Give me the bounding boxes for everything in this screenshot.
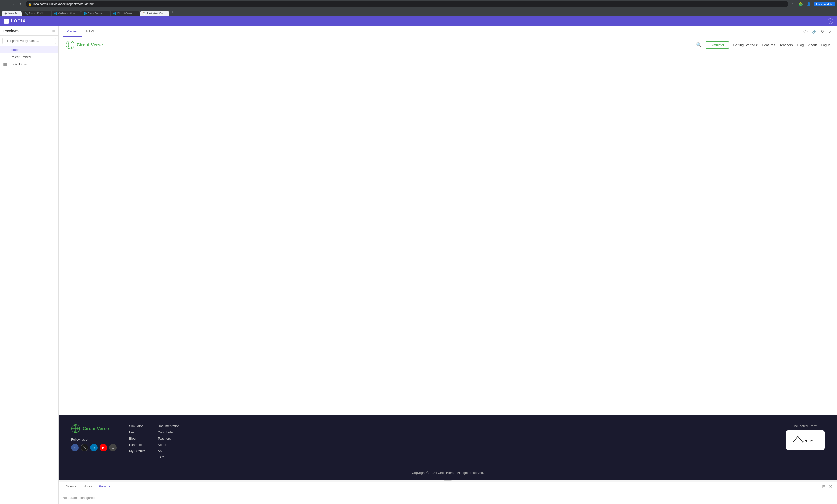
sidebar-items-list: Footer Project Embed S: [0, 46, 58, 68]
tab-past[interactable]: 📋 Past Year Compan...: [140, 11, 169, 16]
cv1-label: CircuitVerse – Digi...: [88, 12, 108, 15]
finish-update-button[interactable]: Finish update: [814, 2, 835, 6]
browser-chrome: ‹ › ↻ 🔒 localhost:3000/lookbook/inspect/…: [0, 0, 837, 8]
social-facebook-icon[interactable]: f: [71, 444, 79, 451]
toolbar-link-button[interactable]: 🔗: [811, 29, 818, 35]
footer-link-simulator[interactable]: Simulator: [129, 424, 145, 428]
project-embed-item-label: Project Embed: [10, 55, 31, 59]
footer-cv-logo-text: CircuitVerse: [83, 426, 109, 431]
cv-logo-text: CircuitVerse: [77, 42, 103, 48]
footer-link-api[interactable]: Api: [158, 449, 179, 453]
app-topbar: ≡ LOGIX ?: [0, 16, 837, 26]
sidebar-search: [0, 36, 58, 46]
tab-vedan[interactable]: 🌐 Vedan sir final rep...: [52, 11, 81, 16]
past-label: Past Year Compan...: [147, 12, 167, 15]
tab-cv1[interactable]: 🌐 CircuitVerse – Digi...: [81, 11, 110, 16]
app-logo-icon: ≡: [4, 19, 9, 24]
tab-cv2[interactable]: 🌐 CircuitVerse – Digi...: [111, 11, 140, 16]
footer-link-my-circuits[interactable]: My Circuits: [129, 449, 145, 453]
content-toolbar: Preview HTML </> 🔗 ↻ ⤢: [59, 26, 837, 37]
toolbar-refresh-button[interactable]: ↻: [819, 28, 825, 35]
footer-col1: Simulator Learn Blog Examples My Circuit…: [129, 424, 145, 459]
cv-simulator-button[interactable]: Simulator: [706, 41, 729, 49]
footer-incubated-label: Incubated From:: [786, 424, 824, 428]
toolbar-tabs: Preview HTML: [63, 26, 99, 37]
bottom-tab-source[interactable]: Source: [63, 482, 80, 491]
footer-link-learn[interactable]: Learn: [129, 430, 145, 434]
footer-link-contribute[interactable]: Contribute: [158, 430, 179, 434]
main-layout: Previews ⊞ Footer: [0, 26, 837, 504]
footer-cv-logo-icon: [71, 424, 80, 433]
cv-nav-login[interactable]: Log in: [821, 43, 830, 47]
footer-link-about[interactable]: About: [158, 443, 179, 447]
tools-favicon: 🔧: [25, 12, 28, 15]
app-logo: ≡ LOGIX: [4, 19, 26, 24]
profile-button[interactable]: 👤: [805, 1, 812, 7]
footer-link-teachers[interactable]: Teachers: [158, 436, 179, 440]
footer-links: Simulator Learn Blog Examples My Circuit…: [129, 424, 180, 459]
toolbar-tab-preview[interactable]: Preview: [63, 26, 82, 37]
new-tab-icon: ➕: [4, 12, 7, 15]
cv-search-icon[interactable]: 🔍: [696, 42, 701, 48]
toolbar-code-button[interactable]: </>: [801, 29, 809, 35]
sidebar-item-footer[interactable]: Footer: [0, 46, 58, 53]
social-twitter-icon[interactable]: 𝕏: [81, 444, 88, 451]
footer-item-icon: [3, 49, 7, 51]
tab-new-tab[interactable]: ➕ New Tab: [2, 11, 22, 16]
bottom-tab-params[interactable]: Params: [95, 482, 114, 491]
forward-button[interactable]: ›: [10, 1, 17, 7]
bottom-panel-content: No params configured.: [59, 491, 837, 504]
reload-button[interactable]: ↻: [18, 1, 24, 7]
cv1-favicon: 🌐: [84, 12, 87, 15]
footer-socials: f 𝕏 in ▶ ⊙: [71, 444, 117, 451]
lock-icon: 🔒: [29, 3, 32, 6]
cv-nav-teachers[interactable]: Teachers: [780, 43, 793, 47]
preview-blank-space: [59, 53, 837, 415]
bottom-panel-tab-group: Source Notes Params: [63, 482, 114, 491]
vedan-label: Vedan sir final rep...: [58, 12, 78, 15]
footer-link-examples[interactable]: Examples: [129, 443, 145, 447]
browser-tabs-bar: ➕ New Tab 🔧 Tools | K K UPGRA... 🌐 Vedan…: [0, 8, 837, 16]
toolbar-expand-button[interactable]: ⤢: [827, 29, 833, 35]
address-bar[interactable]: 🔒 localhost:3000/lookbook/inspect/footer…: [26, 1, 788, 7]
tab-tools[interactable]: 🔧 Tools | K K UPGRA...: [22, 11, 51, 16]
bottom-panel-drag-handle[interactable]: [59, 480, 837, 482]
footer-inner: CircuitVerse Follow us on: f 𝕏 in ▶ ⊙: [71, 424, 824, 459]
social-links-item-label: Social Links: [10, 62, 27, 66]
footer-link-blog[interactable]: Blog: [129, 436, 145, 440]
past-favicon: 📋: [143, 12, 146, 15]
extensions-button[interactable]: 🧩: [798, 1, 804, 7]
toolbar-tab-html[interactable]: HTML: [82, 26, 99, 37]
social-github-icon[interactable]: ⊙: [109, 444, 117, 451]
app-help-button[interactable]: ?: [827, 18, 833, 24]
app-logo-symbol: ≡: [6, 20, 7, 23]
sidebar-search-input[interactable]: [2, 38, 56, 44]
sidebar-item-project-embed[interactable]: Project Embed: [0, 53, 58, 61]
bottom-panel-action-2[interactable]: ✕: [828, 483, 833, 490]
app-wrapper: ≡ LOGIX ? Previews ⊞: [0, 16, 837, 504]
app-logo-text: LOGIX: [11, 19, 26, 23]
content-area: Preview HTML </> 🔗 ↻ ⤢: [59, 26, 837, 504]
sidebar-collapse-button[interactable]: ⊞: [52, 29, 55, 33]
bottom-tab-notes[interactable]: Notes: [80, 482, 95, 491]
footer-link-documentation[interactable]: Documentation: [158, 424, 179, 428]
params-empty-message: No params configured.: [63, 496, 96, 500]
svg-text:ense: ense: [803, 437, 813, 444]
toolbar-actions: </> 🔗 ↻ ⤢: [801, 28, 833, 35]
project-embed-item-icon: [3, 56, 7, 58]
cv-nav-getting-started[interactable]: Getting Started ▾: [733, 43, 758, 47]
cv-nav-features[interactable]: Features: [762, 43, 775, 47]
cv-nav-about[interactable]: About: [808, 43, 817, 47]
new-tab-button[interactable]: +: [170, 10, 176, 15]
footer-link-faq[interactable]: FAQ: [158, 455, 179, 459]
back-button[interactable]: ‹: [2, 1, 8, 7]
cv-nav-blog[interactable]: Blog: [797, 43, 804, 47]
social-youtube-icon[interactable]: ▶: [100, 444, 107, 451]
bottom-panel-action-1[interactable]: ⊞: [821, 483, 826, 490]
social-linkedin-icon[interactable]: in: [90, 444, 98, 451]
sidebar-item-social-links[interactable]: Social Links: [0, 61, 58, 68]
vedan-favicon: 🌐: [54, 12, 57, 15]
star-button[interactable]: ☆: [789, 1, 796, 7]
tools-label: Tools | K K UPGRA...: [29, 12, 49, 15]
incubated-logo-text: ense: [790, 433, 820, 447]
